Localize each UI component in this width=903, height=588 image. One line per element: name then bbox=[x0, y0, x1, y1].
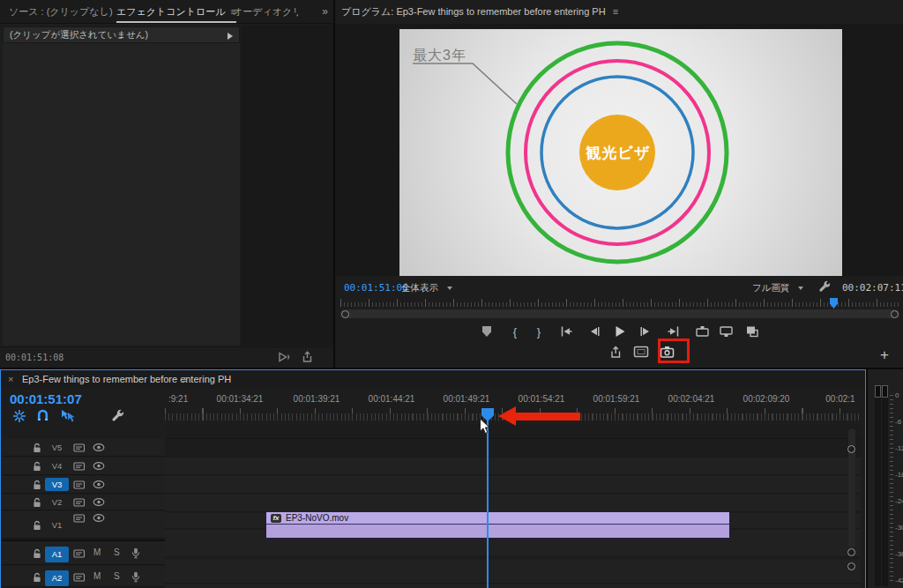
lane-a1[interactable] bbox=[165, 560, 861, 584]
mute-button[interactable]: M bbox=[93, 547, 101, 557]
track-badge-v5[interactable]: V5 bbox=[45, 441, 69, 454]
audio-scrollbar-top-handle[interactable] bbox=[847, 562, 855, 570]
track-target-icon[interactable] bbox=[73, 462, 86, 471]
track-badge-v1[interactable]: V1 bbox=[45, 518, 69, 532]
eye-icon[interactable] bbox=[93, 514, 105, 522]
lock-icon[interactable] bbox=[33, 443, 41, 453]
eye-icon[interactable] bbox=[93, 462, 105, 470]
tab-overflow-icon[interactable]: » bbox=[322, 0, 326, 23]
eye-icon[interactable] bbox=[93, 480, 105, 488]
db-label: -12 bbox=[895, 444, 903, 452]
tab-audio-clip-mixer[interactable]: オーディオクリップ bbox=[233, 0, 298, 23]
program-playhead[interactable] bbox=[830, 298, 838, 309]
lock-icon[interactable] bbox=[33, 497, 41, 508]
timeline-tabbar: × Ep3-Few things to remember before ente… bbox=[1, 370, 865, 389]
solo-button[interactable]: S bbox=[114, 547, 120, 557]
nest-toggle-icon[interactable] bbox=[12, 409, 26, 423]
scrollbar-left-handle[interactable] bbox=[341, 310, 349, 318]
video-center-label: 観光ビザ bbox=[579, 143, 657, 163]
go-to-in-button[interactable] bbox=[558, 324, 574, 339]
lift-button[interactable] bbox=[695, 324, 711, 339]
lock-icon[interactable] bbox=[33, 548, 41, 559]
play-audio-icon[interactable] bbox=[278, 351, 291, 363]
settings-wrench-icon[interactable] bbox=[818, 280, 832, 294]
zoom-level-value: 全体表示 bbox=[401, 282, 438, 293]
lane-v3[interactable] bbox=[165, 495, 861, 512]
export-icon[interactable] bbox=[301, 351, 314, 363]
program-scrubber-ruler[interactable] bbox=[340, 299, 899, 307]
export-media-button[interactable] bbox=[608, 344, 623, 360]
lock-icon[interactable] bbox=[33, 520, 41, 531]
lane-a2[interactable] bbox=[165, 584, 861, 588]
track-target-icon[interactable] bbox=[73, 443, 86, 452]
track-badge-a1-selected[interactable]: A1 bbox=[45, 547, 69, 562]
track-header-v5: V5 bbox=[2, 439, 165, 457]
lane-v5[interactable] bbox=[165, 458, 861, 475]
timeline-settings-wrench-icon[interactable] bbox=[111, 409, 125, 423]
scrollbar-bottom-handle[interactable] bbox=[847, 548, 855, 556]
play-button[interactable] bbox=[612, 324, 628, 339]
lock-icon[interactable] bbox=[33, 461, 41, 472]
solo-button[interactable]: S bbox=[114, 571, 120, 581]
mark-in-button[interactable]: { bbox=[507, 324, 523, 339]
track-badge-v3-selected[interactable]: V3 bbox=[45, 478, 69, 491]
meter-peak-right bbox=[882, 385, 888, 398]
scrollbar-right-handle[interactable] bbox=[891, 310, 899, 318]
mute-button[interactable]: M bbox=[93, 571, 101, 581]
fx-badge: fx bbox=[271, 514, 281, 523]
lock-icon[interactable] bbox=[33, 572, 41, 583]
comparison-view-button[interactable] bbox=[744, 324, 760, 339]
extract-button[interactable] bbox=[719, 324, 735, 339]
track-badge-v4[interactable]: V4 bbox=[45, 459, 69, 473]
program-monitor-title: プログラム: Ep3-Few things to remember before… bbox=[341, 5, 618, 19]
no-clip-selected-bar[interactable]: (クリップが選択されていません) bbox=[3, 26, 240, 43]
snap-magnet-icon[interactable] bbox=[36, 409, 49, 422]
meter-column-left bbox=[875, 398, 881, 586]
go-to-out-button[interactable] bbox=[666, 324, 682, 339]
voiceover-mic-icon[interactable] bbox=[131, 547, 140, 559]
db-label: -18 bbox=[895, 471, 903, 479]
add-marker-button[interactable] bbox=[479, 324, 495, 339]
program-title-text: プログラム: Ep3-Few things to remember before… bbox=[341, 6, 606, 17]
eye-icon[interactable] bbox=[93, 498, 105, 506]
voiceover-mic-icon[interactable] bbox=[131, 571, 140, 583]
button-editor-plus[interactable]: + bbox=[880, 346, 889, 364]
track-badge-v2[interactable]: V2 bbox=[45, 495, 69, 509]
lane-spacer bbox=[165, 439, 861, 458]
track-target-icon[interactable] bbox=[73, 480, 86, 489]
expand-arrow-icon[interactable] bbox=[228, 33, 233, 40]
mark-out-button[interactable]: } bbox=[531, 324, 547, 339]
track-target-icon[interactable] bbox=[73, 549, 86, 558]
ruler-label: 00:02:1 bbox=[825, 394, 854, 404]
step-forward-button[interactable] bbox=[638, 324, 653, 339]
tab-effect-controls[interactable]: エフェクトコントロール≡ bbox=[116, 0, 236, 23]
step-back-button[interactable] bbox=[586, 324, 602, 339]
track-header-v3: V3 bbox=[2, 476, 165, 494]
tab-source-monitor[interactable]: ソース : (クリップなし) bbox=[9, 0, 113, 23]
scrollbar-top-handle[interactable] bbox=[847, 445, 855, 453]
chevron-down-icon bbox=[798, 287, 803, 290]
playback-quality-dropdown[interactable]: フル画質 bbox=[752, 280, 803, 295]
track-target-icon[interactable] bbox=[73, 573, 86, 582]
lock-icon[interactable] bbox=[33, 480, 41, 490]
timeline-panel: × Ep3-Few things to remember before ente… bbox=[0, 369, 866, 588]
timeline-lanes[interactable]: :9:21 00:01:34:21 00:01:39:21 00:01:44:2… bbox=[165, 389, 861, 588]
zoom-level-dropdown[interactable]: 全体表示 bbox=[401, 280, 452, 295]
timeline-clip[interactable]: fx EP3-NoVO.mov bbox=[265, 511, 730, 539]
close-icon[interactable]: × bbox=[8, 374, 13, 384]
db-label: -6 bbox=[895, 418, 901, 426]
panel-menu-icon[interactable]: ≡ bbox=[613, 6, 618, 17]
playback-quality-value: フル画質 bbox=[752, 282, 790, 293]
track-badge-a2-selected[interactable]: A2 bbox=[45, 570, 69, 586]
sequence-tab[interactable]: Ep3-Few things to remember before enteri… bbox=[22, 374, 231, 384]
program-scrollbar[interactable] bbox=[340, 309, 899, 318]
timeline-current-timecode[interactable]: 00:01:51:07 bbox=[10, 391, 82, 406]
panel-menu-icon[interactable]: ≡ bbox=[182, 374, 187, 384]
eye-icon[interactable] bbox=[93, 443, 105, 451]
track-target-icon[interactable] bbox=[73, 514, 86, 523]
program-current-timecode[interactable]: 00:01:51:08 bbox=[344, 282, 408, 294]
lane-v4[interactable] bbox=[165, 476, 861, 494]
track-target-icon[interactable] bbox=[73, 498, 86, 507]
linked-selection-icon[interactable] bbox=[60, 409, 75, 422]
safe-margins-button[interactable] bbox=[633, 344, 649, 360]
